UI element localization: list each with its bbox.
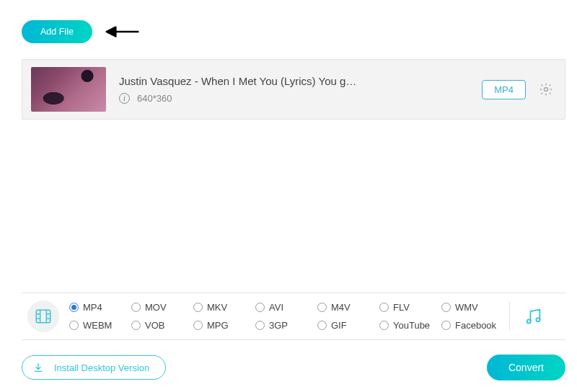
download-icon <box>32 362 44 373</box>
file-item: Justin Vasquez - When I Met You (Lyrics)… <box>22 59 565 120</box>
radio-icon <box>193 321 203 330</box>
radio-icon <box>379 321 389 330</box>
install-desktop-label: Install Desktop Version <box>54 362 149 373</box>
format-option-gif[interactable]: GIF <box>317 320 379 331</box>
radio-icon <box>193 303 203 312</box>
format-option-label: MOV <box>145 302 167 313</box>
radio-icon <box>255 321 265 330</box>
format-option-label: WMV <box>455 302 478 313</box>
add-file-button[interactable]: Add File <box>22 20 92 43</box>
format-option-label: AVI <box>269 302 283 313</box>
install-desktop-button[interactable]: Install Desktop Version <box>22 355 166 380</box>
format-option-label: MKV <box>207 302 227 313</box>
format-option-label: WEBM <box>83 320 112 331</box>
format-option-flv[interactable]: FLV <box>379 302 441 313</box>
format-option-vob[interactable]: VOB <box>131 320 193 331</box>
format-option-label: GIF <box>331 320 347 331</box>
format-option-mpg[interactable]: MPG <box>193 320 255 331</box>
format-option-youtube[interactable]: YouTube <box>379 320 441 331</box>
svg-point-0 <box>545 88 548 92</box>
radio-icon <box>255 303 265 312</box>
format-option-label: YouTube <box>393 320 430 331</box>
format-option-3gp[interactable]: 3GP <box>255 320 317 331</box>
info-icon[interactable]: i <box>119 93 130 104</box>
radio-icon <box>441 321 451 330</box>
music-icon[interactable] <box>523 306 543 326</box>
format-option-avi[interactable]: AVI <box>255 302 317 313</box>
output-format-badge[interactable]: MP4 <box>482 80 526 99</box>
format-option-label: Facebook <box>455 320 496 331</box>
video-category-icon[interactable] <box>27 300 59 332</box>
format-option-wmv[interactable]: WMV <box>441 302 503 313</box>
format-option-label: MPG <box>207 320 229 331</box>
radio-icon <box>131 303 141 312</box>
radio-icon <box>131 321 141 330</box>
format-option-webm[interactable]: WEBM <box>69 320 131 331</box>
format-option-label: VOB <box>145 320 164 331</box>
svg-point-9 <box>536 318 539 321</box>
format-option-mov[interactable]: MOV <box>131 302 193 313</box>
file-resolution: 640*360 <box>137 93 172 104</box>
gear-icon[interactable] <box>539 82 553 97</box>
format-option-mkv[interactable]: MKV <box>193 302 255 313</box>
convert-button[interactable]: Convert <box>487 355 565 380</box>
format-option-label: M4V <box>331 302 351 313</box>
radio-icon <box>379 303 389 312</box>
svg-rect-1 <box>36 310 50 322</box>
radio-icon <box>69 321 79 330</box>
video-thumbnail[interactable] <box>31 67 106 112</box>
formats-panel: MP4MOVMKVAVIM4VFLVWMVWEBMVOBMPG3GPGIFYou… <box>22 293 565 340</box>
format-option-facebook[interactable]: Facebook <box>441 320 503 331</box>
radio-icon <box>317 303 327 312</box>
format-option-label: MP4 <box>83 302 102 313</box>
file-title: Justin Vasquez - When I Met You (Lyrics)… <box>119 75 469 87</box>
svg-point-8 <box>527 319 531 323</box>
radio-icon <box>69 303 79 312</box>
radio-icon <box>317 321 327 330</box>
format-option-m4v[interactable]: M4V <box>317 302 379 313</box>
radio-icon <box>441 303 451 312</box>
panel-separator <box>509 302 510 331</box>
format-option-label: FLV <box>393 302 410 313</box>
format-option-label: 3GP <box>269 320 288 331</box>
format-option-mp4[interactable]: MP4 <box>69 302 131 313</box>
arrow-annotation-icon <box>105 24 140 40</box>
